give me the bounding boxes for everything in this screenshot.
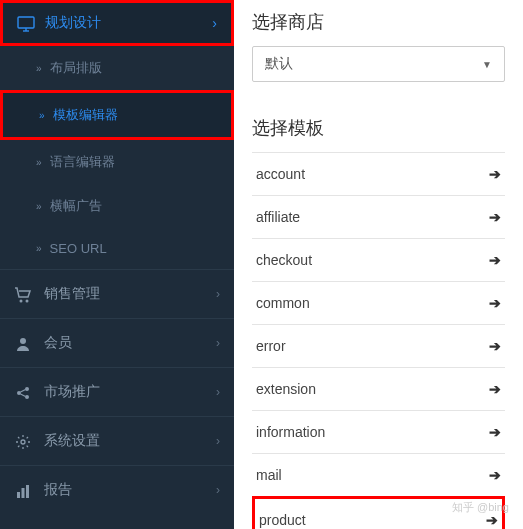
- chevron-right-icon: ›: [216, 385, 220, 399]
- nav-reports[interactable]: 报告 ›: [0, 465, 234, 514]
- arrow-right-icon: ➔: [489, 166, 501, 182]
- sidebar-sub-label: 模板编辑器: [53, 106, 118, 124]
- svg-rect-14: [26, 485, 29, 498]
- svg-point-11: [21, 440, 25, 444]
- sidebar-sub-layout[interactable]: » 布局排版: [0, 46, 234, 90]
- double-chevron-icon: »: [36, 243, 42, 254]
- svg-line-9: [21, 389, 26, 392]
- svg-point-4: [26, 299, 29, 302]
- sidebar-sub-template-editor[interactable]: » 模板编辑器: [0, 90, 234, 140]
- svg-point-3: [20, 299, 23, 302]
- template-label: information: [256, 424, 325, 440]
- svg-rect-0: [18, 17, 34, 28]
- arrow-right-icon: ➔: [486, 512, 498, 528]
- template-error[interactable]: error ➔: [252, 324, 505, 367]
- template-label: extension: [256, 381, 316, 397]
- chevron-right-icon: ›: [212, 15, 217, 31]
- nav-design-planning[interactable]: 规划设计 ›: [0, 0, 234, 46]
- chart-icon: [14, 481, 32, 498]
- chevron-right-icon: ›: [216, 287, 220, 301]
- template-label: checkout: [256, 252, 312, 268]
- main-content: 选择商店 默认 ▼ 选择模板 account ➔ affiliate ➔ che…: [234, 0, 523, 529]
- sidebar-sub-label: SEO URL: [50, 241, 107, 256]
- template-label: product: [259, 512, 306, 528]
- arrow-right-icon: ➔: [489, 338, 501, 354]
- sidebar: 规划设计 › » 布局排版 » 模板编辑器 » 语言编辑器 » 横幅广告 » S…: [0, 0, 234, 529]
- chevron-right-icon: ›: [216, 336, 220, 350]
- template-select-title: 选择模板: [252, 106, 505, 152]
- share-icon: [14, 383, 32, 400]
- template-label: common: [256, 295, 310, 311]
- template-product[interactable]: product ➔: [252, 496, 505, 529]
- arrow-right-icon: ➔: [489, 467, 501, 483]
- template-label: mail: [256, 467, 282, 483]
- nav-members[interactable]: 会员 ›: [0, 318, 234, 367]
- sidebar-sub-label: 布局排版: [50, 59, 102, 77]
- nav-label: 市场推广: [44, 383, 100, 401]
- nav-sales[interactable]: 销售管理 ›: [0, 269, 234, 318]
- nav-design-label: 规划设计: [45, 14, 101, 32]
- arrow-right-icon: ➔: [489, 424, 501, 440]
- double-chevron-icon: »: [36, 157, 42, 168]
- svg-point-7: [25, 387, 29, 391]
- sidebar-sub-banner-ads[interactable]: » 横幅广告: [0, 184, 234, 228]
- caret-down-icon: ▼: [482, 59, 492, 70]
- nav-label: 系统设置: [44, 432, 100, 450]
- monitor-icon: [17, 14, 35, 31]
- cart-icon: [14, 285, 32, 302]
- nav-label: 销售管理: [44, 285, 100, 303]
- svg-point-5: [20, 338, 26, 344]
- nav-marketing[interactable]: 市场推广 ›: [0, 367, 234, 416]
- arrow-right-icon: ➔: [489, 295, 501, 311]
- template-common[interactable]: common ➔: [252, 281, 505, 324]
- double-chevron-icon: »: [36, 201, 42, 212]
- double-chevron-icon: »: [39, 110, 45, 121]
- template-checkout[interactable]: checkout ➔: [252, 238, 505, 281]
- arrow-right-icon: ➔: [489, 381, 501, 397]
- shop-select[interactable]: 默认 ▼: [252, 46, 505, 82]
- nav-system-settings[interactable]: 系统设置 ›: [0, 416, 234, 465]
- chevron-right-icon: ›: [216, 483, 220, 497]
- template-affiliate[interactable]: affiliate ➔: [252, 195, 505, 238]
- svg-line-10: [21, 394, 26, 397]
- template-label: account: [256, 166, 305, 182]
- template-label: error: [256, 338, 286, 354]
- svg-rect-13: [22, 488, 25, 498]
- nav-label: 报告: [44, 481, 72, 499]
- template-extension[interactable]: extension ➔: [252, 367, 505, 410]
- shop-select-title: 选择商店: [252, 0, 505, 46]
- double-chevron-icon: »: [36, 63, 42, 74]
- shop-select-value: 默认: [265, 55, 293, 73]
- template-information[interactable]: information ➔: [252, 410, 505, 453]
- arrow-right-icon: ➔: [489, 252, 501, 268]
- template-account[interactable]: account ➔: [252, 152, 505, 195]
- nav-label: 会员: [44, 334, 72, 352]
- svg-point-8: [25, 395, 29, 399]
- template-mail[interactable]: mail ➔: [252, 453, 505, 496]
- sidebar-sub-seo-url[interactable]: » SEO URL: [0, 228, 234, 269]
- sidebar-sub-label: 语言编辑器: [50, 153, 115, 171]
- arrow-right-icon: ➔: [489, 209, 501, 225]
- gear-icon: [14, 432, 32, 449]
- chevron-right-icon: ›: [216, 434, 220, 448]
- user-icon: [14, 334, 32, 351]
- template-label: affiliate: [256, 209, 300, 225]
- sidebar-sub-label: 横幅广告: [50, 197, 102, 215]
- sidebar-sub-language-editor[interactable]: » 语言编辑器: [0, 140, 234, 184]
- svg-rect-12: [17, 492, 20, 498]
